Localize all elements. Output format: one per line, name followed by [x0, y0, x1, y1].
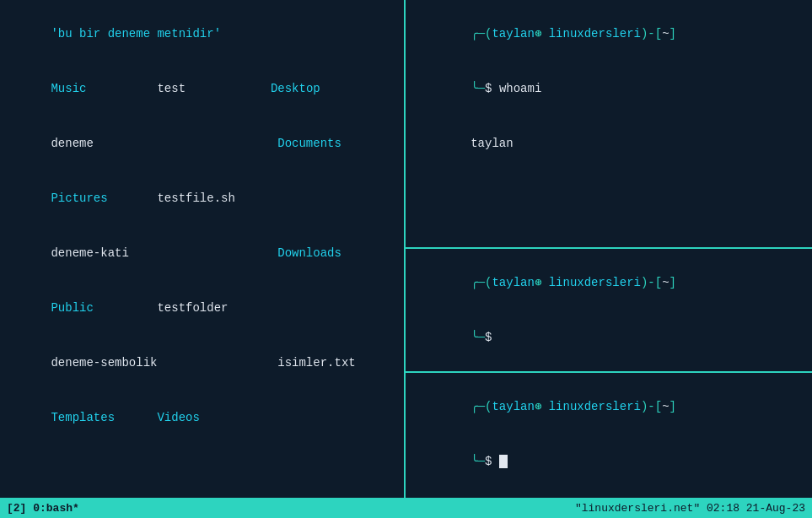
- terminal-container: 'bu bir deneme metnidir' Music test Desk…: [0, 0, 812, 498]
- ls-row4: deneme-kati Downloads: [8, 226, 395, 281]
- blank1: [8, 446, 395, 465]
- rm-prompt-line1: ╭─(taylan⊛ linuxdersleri)-[~]: [414, 256, 804, 310]
- rb-prompt-dir: ~: [662, 400, 669, 413]
- ls-isimler: isimler.txt: [277, 356, 355, 370]
- ls-documents: Documents: [277, 137, 341, 150]
- blank3: [8, 483, 395, 498]
- rm-prompt-host: linuxdersleri: [541, 276, 641, 289]
- ls-public: Public: [51, 301, 157, 315]
- rb-prompt-dollar: $: [485, 455, 499, 468]
- rb-prompt-bracket-end: ]: [669, 400, 676, 413]
- rm-prompt-dollar: $: [485, 331, 492, 344]
- rt-prompt-line2: ╰─$ whoami: [414, 62, 804, 116]
- ls-deneme-kati: deneme-kati: [51, 246, 277, 260]
- ls-row5: Public testfolder: [8, 281, 395, 336]
- rt-output-taylan: taylan: [414, 116, 804, 171]
- ls-templates: Templates: [51, 411, 157, 424]
- ls-testfolder: testfolder: [157, 301, 228, 315]
- terminal-cursor: [499, 455, 508, 468]
- rm-prompt-line2: ╰─$: [414, 310, 804, 365]
- right-top-pane[interactable]: ╭─(taylan⊛ linuxdersleri)-[~] ╰─$ whoami…: [406, 0, 812, 249]
- left-pane[interactable]: 'bu bir deneme metnidir' Music test Desk…: [0, 0, 406, 498]
- rt-prompt-bracket: )-[: [641, 27, 662, 40]
- status-left: [2] 0:bash*: [7, 502, 79, 515]
- rt-whoami-output: taylan: [471, 137, 513, 150]
- rm-prompt-corner: ╭─(: [471, 276, 492, 289]
- ls-row6: deneme-sembolik isimler.txt: [8, 336, 395, 391]
- rb-prompt-user: taylan: [492, 400, 534, 413]
- rt-prompt-host: linuxdersleri: [541, 27, 641, 40]
- rb-prompt-host: linuxdersleri: [541, 400, 641, 413]
- ls-output: Music test Desktop: [8, 62, 395, 116]
- rt-prompt-dollar: $: [485, 82, 499, 95]
- rt-command-whoami: whoami: [499, 82, 541, 95]
- output-text: 'bu bir deneme metnidir': [51, 27, 221, 40]
- rm-prompt-user: taylan: [492, 276, 534, 289]
- rt-prompt-user: taylan: [492, 27, 534, 40]
- ls-row7: Templates Videos: [8, 391, 395, 445]
- rt-prompt-dir: ~: [662, 27, 669, 40]
- blank2: [8, 464, 395, 483]
- ls-videos: Videos: [157, 411, 199, 424]
- ls-testfile: testfile.sh: [157, 192, 234, 205]
- rt-prompt-line1: ╭─(taylan⊛ linuxdersleri)-[~]: [414, 7, 804, 62]
- output-line-1: 'bu bir deneme metnidir': [8, 7, 395, 62]
- ls-col1: Music: [51, 82, 157, 95]
- ls-deneme: deneme: [51, 137, 277, 150]
- right-bottom-pane[interactable]: ╭─(taylan⊛ linuxdersleri)-[~] ╰─$: [406, 373, 812, 498]
- ls-row2: deneme Documents: [8, 116, 395, 171]
- rm-prompt-dir: ~: [662, 276, 669, 289]
- ls-pictures: Pictures: [51, 192, 157, 205]
- rm-prompt-bottom: ╰─: [471, 331, 485, 344]
- ls-downloads: Downloads: [277, 246, 341, 260]
- status-bar: [2] 0:bash* "linuxdersleri.net" 02:18 21…: [0, 498, 812, 518]
- right-pane: ╭─(taylan⊛ linuxdersleri)-[~] ╰─$ whoami…: [406, 0, 812, 498]
- rt-prompt-corner: ╭─(: [471, 27, 492, 40]
- ls-col3: Desktop: [271, 82, 320, 95]
- ls-col2: test: [157, 82, 270, 95]
- ls-deneme-sembolik: deneme-sembolik: [51, 356, 277, 370]
- rb-prompt-bottom: ╰─: [471, 455, 485, 468]
- ls-row3: Pictures testfile.sh: [8, 171, 395, 226]
- right-middle-pane[interactable]: ╭─(taylan⊛ linuxdersleri)-[~] ╰─$: [406, 249, 812, 373]
- status-right: "linuxdersleri.net" 02:18 21-Aug-23: [575, 502, 805, 515]
- rb-prompt-corner: ╭─(: [471, 400, 492, 413]
- rt-prompt-bracket-end: ]: [669, 27, 676, 40]
- rm-prompt-bracket: )-[: [641, 276, 662, 289]
- rb-prompt-line1: ╭─(taylan⊛ linuxdersleri)-[~]: [414, 380, 804, 434]
- rb-prompt-line2: ╰─$: [414, 434, 804, 489]
- rm-prompt-bracket-end: ]: [669, 276, 676, 289]
- rt-prompt-bottom: ╰─: [471, 82, 485, 95]
- rb-prompt-bracket: )-[: [641, 400, 662, 413]
